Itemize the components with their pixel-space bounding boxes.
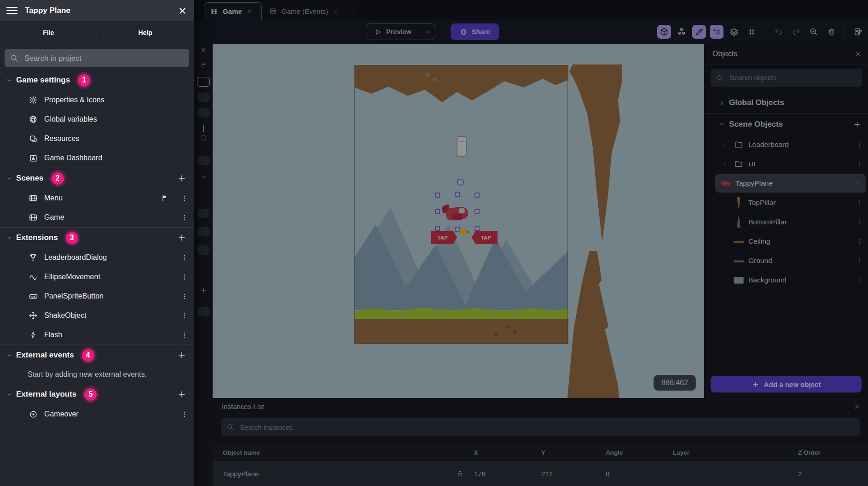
search-icon <box>10 54 19 63</box>
step-badge-4: 4 <box>82 349 94 362</box>
trophy-icon <box>28 253 39 262</box>
add-scene-button[interactable] <box>177 174 186 183</box>
svg-text:OK: OK <box>31 295 36 298</box>
dashboard-icon <box>28 154 39 163</box>
dots-menu-icon[interactable] <box>180 214 188 222</box>
item-label: EllipseMovement <box>44 273 100 281</box>
dots-menu-icon[interactable] <box>180 331 188 339</box>
section-game-settings[interactable]: Game settings 1 <box>0 70 194 90</box>
step-badge-3: 3 <box>66 232 78 244</box>
ok-button-icon: OK <box>28 292 39 301</box>
project-search-input[interactable] <box>23 53 184 63</box>
section-label: External layouts <box>16 390 76 399</box>
dots-menu-icon[interactable] <box>180 254 188 262</box>
section-extensions[interactable]: Extensions 3 <box>0 228 194 248</box>
chevron-down-icon <box>6 176 12 182</box>
dots-menu-icon[interactable] <box>180 312 188 320</box>
item-game-dashboard[interactable]: Game Dashboard <box>0 148 194 168</box>
step-badge-1: 1 <box>78 74 90 87</box>
section-label: Game settings <box>16 76 70 85</box>
drawer-title-bar: Tappy Plane <box>0 0 194 21</box>
chevron-down-icon <box>6 77 12 83</box>
item-extension-ellipsemovement[interactable]: EllipseMovement <box>0 267 194 287</box>
resources-icon <box>28 135 39 143</box>
project-tree: Game settings 1 Properties & Icons Globa… <box>0 70 194 486</box>
item-extension-shakeobject[interactable]: ShakeObject <box>0 306 194 325</box>
item-label: Global variables <box>44 115 97 123</box>
add-external-event-button[interactable] <box>177 351 186 360</box>
scene-icon <box>28 213 39 222</box>
item-extension-leaderboarddialog[interactable]: LeaderboardDialog <box>0 248 194 267</box>
external-events-empty-message: Start by adding new external events. <box>0 365 194 384</box>
item-label: Menu <box>44 194 63 202</box>
drawer-close-icon[interactable] <box>178 6 187 16</box>
item-extension-panelspritebutton[interactable]: OK PanelSpriteButton <box>0 287 194 306</box>
dots-menu-icon[interactable] <box>180 273 188 281</box>
globe-icon <box>28 115 39 124</box>
item-scene-menu[interactable]: Menu <box>0 188 194 208</box>
dots-menu-icon[interactable] <box>180 293 188 300</box>
section-label: Scenes <box>16 174 44 183</box>
item-label: LeaderboardDialog <box>44 253 107 262</box>
dots-menu-icon[interactable] <box>180 410 188 418</box>
item-label: Properties & Icons <box>44 96 104 104</box>
item-properties-icons[interactable]: Properties & Icons <box>0 90 194 110</box>
item-label: Gameover <box>44 410 79 418</box>
menu-help[interactable]: Help <box>97 21 194 44</box>
item-label: Game <box>44 213 64 222</box>
section-scenes[interactable]: Scenes 2 <box>0 168 194 188</box>
project-manager-drawer: Tappy Plane File Help Game settings 1 Pr… <box>0 0 194 486</box>
add-extension-button[interactable] <box>177 233 186 242</box>
scene-icon <box>28 193 39 203</box>
chevron-down-icon <box>6 392 12 398</box>
gdevelop-app: Game Game (Events) Preview <box>0 0 868 486</box>
start-scene-flag-icon <box>161 194 168 202</box>
item-label: Flash <box>44 331 62 339</box>
item-extension-flash[interactable]: Flash <box>0 325 194 345</box>
section-label: External events <box>16 351 74 360</box>
section-external-events[interactable]: External events 4 <box>0 345 194 365</box>
step-badge-2: 2 <box>52 172 64 185</box>
section-label: Extensions <box>16 233 58 242</box>
menu-divider <box>97 26 97 41</box>
section-external-layouts[interactable]: External layouts 5 <box>0 384 194 404</box>
gear-icon <box>28 95 39 105</box>
add-external-layout-button[interactable] <box>177 390 186 399</box>
flash-icon <box>28 331 39 339</box>
hamburger-menu-icon[interactable] <box>6 7 17 14</box>
layout-target-icon <box>28 410 39 419</box>
dots-menu-icon[interactable] <box>180 194 188 202</box>
step-badge-5: 5 <box>84 388 97 401</box>
item-label: Resources <box>44 135 79 143</box>
project-search[interactable] <box>5 49 189 67</box>
item-global-variables[interactable]: Global variables <box>0 110 194 129</box>
item-scene-game[interactable]: Game <box>0 208 194 227</box>
move-arrows-icon <box>28 311 39 320</box>
chevron-down-icon <box>6 352 12 358</box>
project-title: Tappy Plane <box>25 6 170 15</box>
sine-wave-icon <box>28 272 39 281</box>
item-label: Game Dashboard <box>44 154 102 162</box>
chevron-down-icon <box>6 235 12 241</box>
item-label: PanelSpriteButton <box>44 292 104 300</box>
item-resources[interactable]: Resources <box>0 129 194 148</box>
item-layout-gameover[interactable]: Gameover <box>0 404 194 424</box>
item-label: ShakeObject <box>44 311 87 320</box>
menu-file[interactable]: File <box>0 21 97 44</box>
